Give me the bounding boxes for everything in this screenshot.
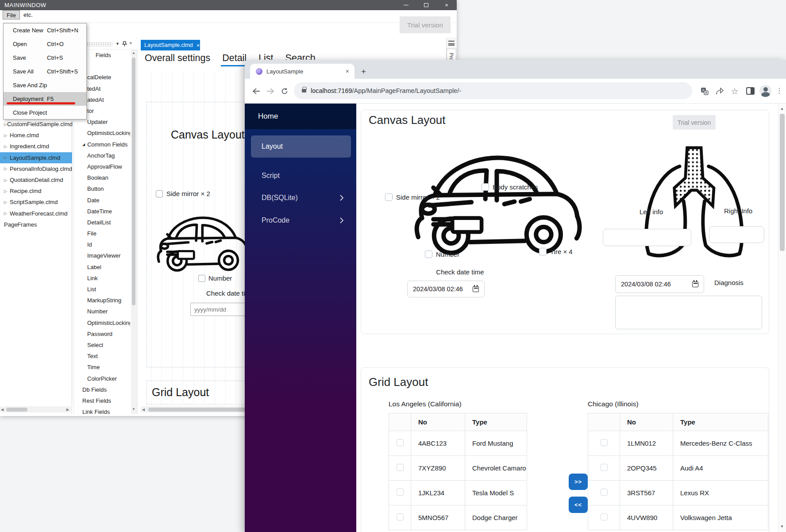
- scroll-right-icon[interactable]: ▶: [66, 408, 69, 412]
- tree-expander-icon[interactable]: ▷: [4, 122, 7, 127]
- ide-close-button[interactable]: ×: [436, 0, 457, 10]
- forward-icon[interactable]: [265, 85, 276, 97]
- field-item[interactable]: Date: [73, 194, 130, 205]
- panel-close-icon[interactable]: ×: [129, 40, 132, 46]
- field-item[interactable]: Link: [73, 273, 130, 284]
- table-row[interactable]: 3RST567 Lexus RX: [588, 481, 768, 505]
- back-icon[interactable]: [250, 85, 262, 97]
- tree-item[interactable]: ▷ CustomFieldSample.clmd: [0, 119, 72, 130]
- pin-icon[interactable]: [122, 41, 127, 49]
- field-item[interactable]: AnchorTag: [73, 150, 130, 161]
- fields-v-scrollbar[interactable]: ▲ ▼: [131, 50, 136, 414]
- fields-v-scrollbar-thumb[interactable]: [132, 58, 135, 305]
- tree-h-scrollbar[interactable]: ◀ ▶: [0, 406, 72, 412]
- tree-expander-icon[interactable]: ▷: [4, 166, 10, 171]
- tree-expander-icon[interactable]: ▷: [4, 178, 10, 182]
- field-item[interactable]: OptimisticLocking: [73, 317, 130, 328]
- tire-checkbox[interactable]: [539, 248, 547, 255]
- field-item[interactable]: Text: [73, 351, 130, 362]
- ide-minimize-button[interactable]: [396, 0, 416, 10]
- diagnosis-textarea[interactable]: [615, 296, 762, 329]
- row-checkbox[interactable]: [397, 489, 404, 496]
- scroll-left-icon[interactable]: ◀: [142, 408, 145, 412]
- page-v-scrollbar-thumb[interactable]: [780, 114, 785, 251]
- field-item[interactable]: DateTime: [73, 206, 130, 217]
- row-checkbox[interactable]: [397, 513, 404, 520]
- tree-expander-icon[interactable]: ▷: [4, 155, 10, 160]
- menubar-item[interactable]: File: [3, 10, 20, 19]
- tree-expander-icon[interactable]: ▷: [4, 189, 10, 193]
- diagnosis-date-time-input[interactable]: 2024/03/08 02:46: [615, 275, 704, 293]
- move-left-button[interactable]: <<: [569, 497, 588, 513]
- tree-item[interactable]: PageFrames: [0, 219, 72, 230]
- field-item[interactable]: Button: [73, 183, 130, 194]
- file-menu-item[interactable]: Save All Ctrl+Shift+S: [4, 65, 86, 78]
- tree-expander-icon[interactable]: ▷: [4, 133, 10, 138]
- table-row[interactable]: 2OPQ345 Audi A4: [588, 456, 768, 481]
- table-row[interactable]: 1JKL234 Tesla Model S: [389, 481, 527, 505]
- body-scratches-checkbox[interactable]: [482, 183, 489, 191]
- row-checkbox[interactable]: [601, 489, 608, 496]
- tab-close-icon[interactable]: ×: [346, 68, 349, 75]
- address-bar[interactable]: localhost:7169/App/MainPageFrame/LayoutS…: [294, 82, 692, 99]
- field-item[interactable]: Id: [73, 239, 130, 250]
- row-checkbox[interactable]: [601, 439, 608, 446]
- sidebar-nav-item[interactable]: Script: [251, 165, 351, 187]
- field-item[interactable]: Password: [73, 328, 130, 339]
- bookmark-star-icon[interactable]: ☆: [729, 86, 740, 96]
- tab-close-icon[interactable]: ×: [196, 42, 200, 49]
- field-item[interactable]: DetailList: [73, 217, 130, 228]
- ide-titlebar[interactable]: MAINWINDOW ×: [0, 0, 457, 10]
- calendar-icon[interactable]: [473, 286, 479, 292]
- field-item[interactable]: ◢ Common Fields: [73, 139, 130, 150]
- tree-item[interactable]: ▷ Ingredient.clmd: [0, 141, 72, 152]
- tree-expander-icon[interactable]: ▷: [4, 200, 10, 204]
- browser-tab[interactable]: LayoutSample ×: [250, 64, 354, 79]
- tree-item[interactable]: ▷ WeatherForecast.clmd: [0, 208, 72, 219]
- tree-item[interactable]: ▷ LayoutSample.clmd: [0, 152, 72, 163]
- menu-icon[interactable]: [448, 41, 455, 46]
- row-checkbox[interactable]: [601, 464, 608, 471]
- file-menu-item[interactable]: Open Ctrl+O: [4, 37, 86, 51]
- tree-expander-icon[interactable]: ▷: [4, 144, 10, 149]
- scroll-left-icon[interactable]: ◀: [1, 408, 4, 412]
- file-menu-item[interactable]: Create New Ctrl+Shift+N: [4, 23, 86, 37]
- tree-item[interactable]: ▷ ScriptSample.clmd: [0, 197, 72, 208]
- side-panel-icon[interactable]: [746, 87, 755, 95]
- tree-expander-icon[interactable]: ▷: [4, 211, 10, 216]
- designer-number-checkbox[interactable]: [198, 275, 205, 282]
- profile-avatar[interactable]: [759, 85, 771, 97]
- table-row[interactable]: 4UVW890 Volkswagen Jetta: [588, 505, 768, 530]
- ide-maximize-button[interactable]: [416, 0, 436, 10]
- check-date-time-input[interactable]: 2024/03/08 02:46: [407, 281, 485, 297]
- row-checkbox[interactable]: [601, 513, 608, 520]
- field-item[interactable]: List: [73, 284, 130, 295]
- editor-tab-layoutsample[interactable]: LayoutSample.clmd ×: [141, 40, 200, 50]
- field-item[interactable]: OptimisticLocking: [73, 127, 130, 139]
- share-icon[interactable]: [714, 86, 725, 96]
- document-menu-item[interactable]: Detail: [222, 53, 247, 66]
- tree-item[interactable]: ▷ QuotationDetail.clmd: [0, 174, 72, 185]
- scroll-down-icon[interactable]: ▼: [132, 407, 135, 411]
- kebab-menu-icon[interactable]: ⋮: [776, 86, 783, 95]
- table-row[interactable]: 1LMN012 Mercedes-Benz C-Class: [588, 431, 768, 456]
- scroll-down-icon[interactable]: ▼: [780, 524, 784, 528]
- scroll-up-icon[interactable]: ▲: [780, 107, 784, 111]
- field-item[interactable]: ColorPicker: [73, 373, 130, 384]
- table-row[interactable]: 7XYZ890 Chevrolet Camaro: [389, 456, 527, 481]
- move-right-button[interactable]: >>: [569, 474, 588, 490]
- tree-h-scrollbar-thumb[interactable]: [6, 408, 27, 412]
- table-row[interactable]: 5MNO567 Dodge Charger: [389, 505, 527, 530]
- field-item[interactable]: Boolean: [73, 172, 130, 183]
- field-item[interactable]: Number: [73, 306, 130, 317]
- field-item[interactable]: ImageViewer: [73, 250, 130, 261]
- calendar-icon[interactable]: [692, 281, 698, 287]
- file-menu-item[interactable]: Save Ctrl+S: [4, 51, 86, 65]
- field-item[interactable]: Time: [73, 362, 130, 373]
- sidebar-nav-item[interactable]: DB(SQLite): [251, 187, 351, 209]
- number-checkbox[interactable]: [425, 251, 432, 258]
- field-item[interactable]: ApprovalFlow: [73, 161, 130, 172]
- new-tab-icon[interactable]: +: [361, 67, 366, 77]
- sidebar-brand-row[interactable]: Home: [245, 104, 356, 129]
- group-expander-icon[interactable]: ◢: [82, 143, 85, 146]
